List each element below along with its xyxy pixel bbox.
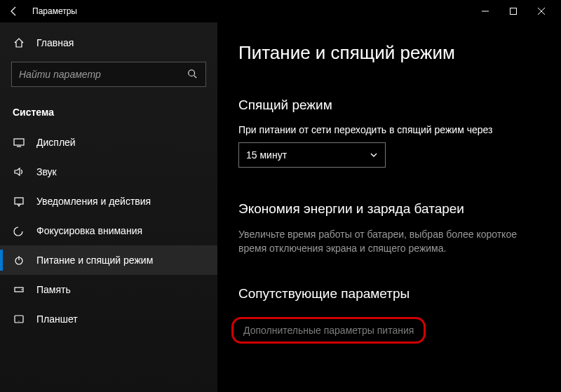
sleep-heading: Спящий режим — [238, 97, 540, 113]
sidebar-item-focus[interactable]: Фокусировка внимания — [0, 216, 217, 245]
titlebar: Параметры — [0, 0, 561, 22]
display-icon — [13, 136, 25, 149]
storage-icon — [13, 283, 25, 296]
search-input[interactable] — [19, 69, 187, 80]
svg-rect-1 — [511, 8, 517, 15]
sound-icon — [13, 165, 25, 178]
home-icon — [13, 36, 25, 49]
sidebar-item-display[interactable]: Дисплей — [0, 128, 217, 157]
sidebar-item-label: Уведомления и действия — [36, 196, 151, 207]
svg-point-4 — [189, 70, 195, 76]
sidebar-item-power[interactable]: Питание и спящий режим — [0, 245, 217, 275]
sidebar: Главная Система Дисплей Звук Уведо — [0, 22, 217, 392]
additional-power-link[interactable]: Дополнительные параметры питания — [241, 323, 417, 337]
sidebar-item-label: Дисплей — [36, 137, 76, 148]
sidebar-item-tablet[interactable]: Планшет — [0, 304, 217, 334]
home-nav[interactable]: Главная — [0, 31, 217, 55]
sidebar-item-notifications[interactable]: Уведомления и действия — [0, 187, 217, 216]
svg-line-5 — [194, 76, 197, 79]
battery-heading: Экономия энергии и заряда батареи — [238, 201, 540, 217]
dropdown-value: 15 минут — [246, 149, 287, 161]
sidebar-item-label: Звук — [36, 166, 57, 177]
sidebar-item-label: Планшет — [36, 313, 78, 325]
search-icon — [187, 69, 198, 80]
sleep-plugged-dropdown[interactable]: 15 минут — [238, 142, 386, 168]
home-label: Главная — [36, 37, 74, 48]
focus-icon — [13, 224, 25, 237]
maximize-button[interactable] — [499, 0, 527, 22]
close-button[interactable] — [527, 0, 555, 22]
power-icon — [13, 254, 25, 266]
main-content: Питание и спящий режим Спящий режим При … — [217, 22, 561, 392]
highlight-annotation: Дополнительные параметры питания — [231, 317, 426, 344]
svg-rect-6 — [14, 139, 24, 145]
svg-rect-8 — [15, 198, 23, 204]
search-box[interactable] — [11, 62, 206, 87]
svg-point-14 — [18, 320, 19, 321]
sidebar-item-storage[interactable]: Память — [0, 275, 217, 304]
sidebar-item-label: Память — [36, 284, 71, 295]
page-title: Питание и спящий режим — [238, 42, 540, 64]
battery-desc: Увеличьте время работы от батареи, выбра… — [238, 228, 540, 255]
window-controls — [471, 0, 555, 22]
sleep-plugged-label: При питании от сети переходить в спящий … — [238, 124, 540, 135]
sidebar-item-sound[interactable]: Звук — [0, 157, 217, 187]
svg-point-12 — [21, 289, 22, 290]
chevron-down-icon — [370, 151, 378, 159]
window-title: Параметры — [32, 6, 77, 16]
back-button[interactable] — [6, 3, 22, 20]
sidebar-item-label: Питание и спящий режим — [36, 255, 153, 266]
related-heading: Сопутствующие параметры — [238, 286, 540, 302]
category-label: Система — [0, 100, 217, 128]
notifications-icon — [13, 195, 25, 208]
tablet-icon — [13, 313, 25, 325]
minimize-button[interactable] — [471, 0, 499, 22]
sidebar-item-label: Фокусировка внимания — [36, 225, 142, 236]
